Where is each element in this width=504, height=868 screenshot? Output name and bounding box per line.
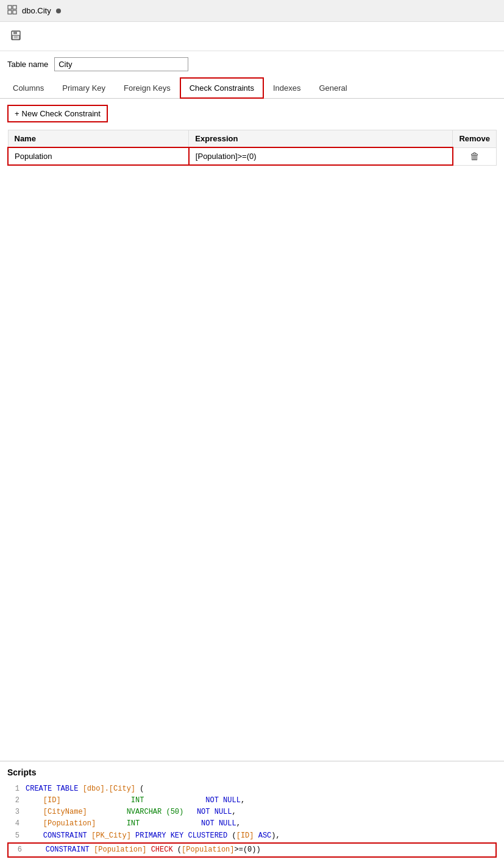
toolbar bbox=[0, 22, 504, 51]
code-line-3: 3 [CityName] NVARCHAR (50) NOT NULL, bbox=[7, 806, 497, 818]
title-bar-text: dbo.City bbox=[22, 6, 51, 15]
constraint-name-cell: Population bbox=[8, 147, 189, 165]
tabs-container: Columns Primary Key Foreign Keys Check C… bbox=[0, 77, 504, 99]
tab-check-constraints[interactable]: Check Constraints bbox=[180, 77, 264, 99]
table-name-row: Table name bbox=[0, 51, 504, 77]
svg-rect-5 bbox=[13, 31, 17, 34]
scripts-section: Scripts 1 CREATE TABLE [dbo].[City] ( 2 … bbox=[0, 761, 504, 868]
plus-icon: + bbox=[15, 109, 20, 118]
svg-rect-0 bbox=[8, 5, 12, 9]
new-constraint-label: New Check Constraint bbox=[22, 109, 101, 118]
save-button[interactable] bbox=[6, 27, 26, 46]
svg-rect-7 bbox=[14, 36, 18, 38]
new-check-constraint-button[interactable]: + New Check Constraint bbox=[7, 105, 108, 122]
svg-rect-1 bbox=[13, 5, 16, 9]
scripts-title: Scripts bbox=[7, 767, 497, 777]
code-line-4: 4 [Population] INT NOT NULL, bbox=[7, 818, 497, 830]
tab-general[interactable]: General bbox=[310, 77, 356, 99]
tab-columns[interactable]: Columns bbox=[4, 77, 53, 99]
code-line-2: 2 [ID] INT NOT NULL, bbox=[7, 795, 497, 806]
col-name-header: Name bbox=[8, 130, 189, 148]
col-expression-header: Expression bbox=[189, 130, 453, 148]
svg-rect-3 bbox=[13, 10, 16, 14]
tab-foreign-keys[interactable]: Foreign Keys bbox=[115, 77, 180, 99]
delete-constraint-button[interactable]: 🗑 bbox=[470, 151, 480, 162]
code-line-1: 1 CREATE TABLE [dbo].[City] ( bbox=[7, 783, 497, 795]
title-bar: dbo.City bbox=[0, 0, 504, 22]
content-area: + New Check Constraint Name Expression R… bbox=[0, 99, 504, 172]
grid-icon bbox=[7, 5, 17, 16]
table-name-input[interactable] bbox=[54, 57, 188, 71]
constraints-table: Name Expression Remove Population bbox=[7, 130, 497, 166]
code-line-6: 6 CONSTRAINT [Population] CHECK ([Popula… bbox=[7, 842, 497, 858]
code-line-5: 5 CONSTRAINT [PK_City] PRIMARY KEY CLUST… bbox=[7, 830, 497, 842]
table-name-label: Table name bbox=[7, 60, 48, 69]
table-row: Population [Population]>=(0) 🗑 bbox=[8, 147, 497, 165]
remove-cell: 🗑 bbox=[453, 147, 497, 165]
svg-rect-2 bbox=[8, 10, 12, 14]
constraint-expression-cell: [Population]>=(0) bbox=[189, 147, 453, 165]
code-block: 1 CREATE TABLE [dbo].[City] ( 2 [ID] INT… bbox=[7, 783, 497, 858]
modified-dot bbox=[56, 9, 61, 13]
tab-indexes[interactable]: Indexes bbox=[264, 77, 310, 99]
tab-primary-key[interactable]: Primary Key bbox=[53, 77, 115, 99]
col-remove-header: Remove bbox=[453, 130, 497, 148]
